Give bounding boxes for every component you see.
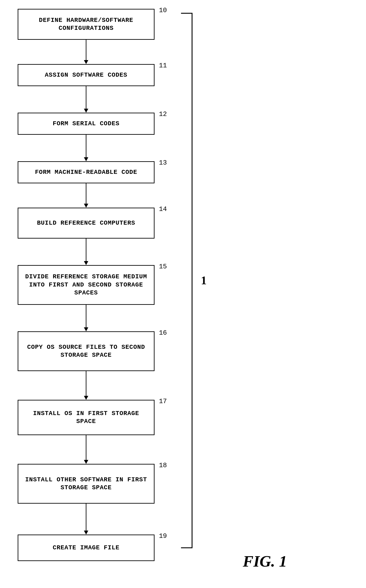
svg-marker-11 (84, 327, 88, 331)
flow-box-box11: ASSIGN SOFTWARE CODES (18, 64, 154, 86)
flow-box-box12: FORM SERIAL CODES (18, 113, 154, 135)
box-number-box10: 10 (159, 7, 167, 14)
svg-marker-17 (84, 531, 88, 534)
box-number-box11: 11 (159, 62, 167, 69)
svg-marker-7 (84, 204, 88, 208)
box-number-box16: 16 (159, 329, 167, 337)
flow-box-box16: COPY OS SOURCE FILES TO SECOND STORAGE S… (18, 331, 154, 371)
svg-marker-3 (84, 109, 88, 113)
box-number-box15: 15 (159, 263, 167, 270)
figure-label: FIG. 1 (243, 552, 287, 571)
box-number-box13: 13 (159, 159, 167, 167)
flow-box-box18: INSTALL OTHER SOFTWARE IN FIRST STORAGE … (18, 464, 154, 504)
box-number-box18: 18 (159, 462, 167, 469)
flow-box-box14: BUILD REFERENCE COMPUTERS (18, 208, 154, 239)
box-number-box17: 17 (159, 398, 167, 405)
svg-marker-5 (84, 157, 88, 161)
svg-marker-13 (84, 396, 88, 400)
box-number-box14: 14 (159, 205, 167, 213)
flow-box-box10: DEFINE HARDWARE/SOFTWARE CONFIGURATIONS (18, 9, 154, 40)
flow-box-box13: FORM MACHINE-READABLE CODE (18, 161, 154, 183)
flow-box-box17: INSTALL OS IN FIRST STORAGE SPACE (18, 400, 154, 435)
diagram-container: DEFINE HARDWARE/SOFTWARE CONFIGURATIONS1… (0, 0, 366, 588)
box-number-box19: 19 (159, 532, 167, 540)
svg-marker-15 (84, 460, 88, 464)
svg-marker-1 (84, 60, 88, 64)
bracket-label: 1 (201, 274, 207, 287)
svg-marker-9 (84, 261, 88, 265)
box-number-box12: 12 (159, 110, 167, 118)
flow-box-box19: CREATE IMAGE FILE (18, 534, 154, 561)
flow-box-box15: DIVIDE REFERENCE STORAGE MEDIUM INTO FIR… (18, 265, 154, 305)
